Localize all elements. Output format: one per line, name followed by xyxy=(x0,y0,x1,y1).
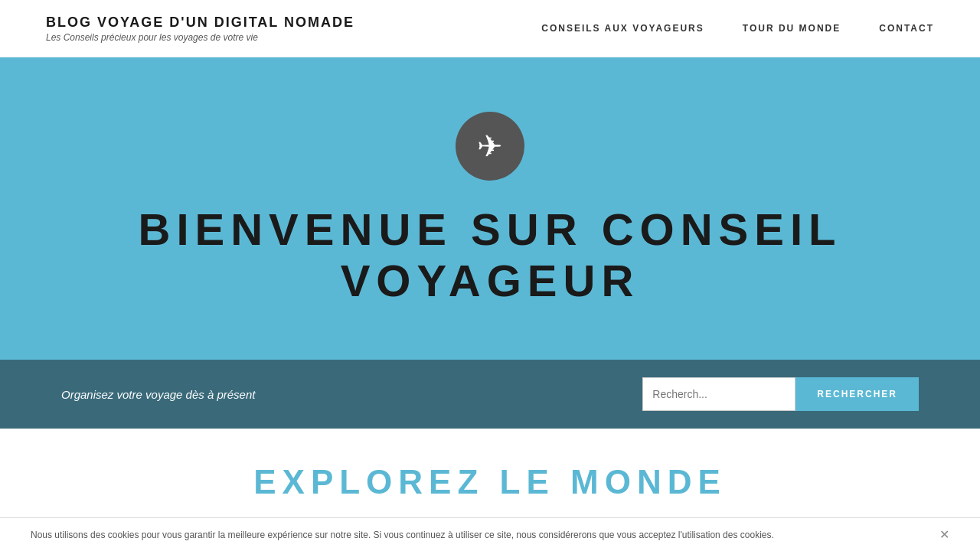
nav-item-tour[interactable]: TOUR DU MONDE xyxy=(743,23,841,34)
hero-section: ✈ BIENVENUE SUR CONSEIL VOYAGEUR xyxy=(0,57,980,360)
search-bar: Organisez votre voyage dès à présent REC… xyxy=(0,360,980,429)
search-button[interactable]: RECHERCHER xyxy=(795,377,919,411)
logo-subtitle: Les Conseils précieux pour les voyages d… xyxy=(46,32,354,43)
hero-title: BIENVENUE SUR CONSEIL VOYAGEUR xyxy=(0,204,980,306)
main-nav: CONSEILS AUX VOYAGEURS TOUR DU MONDE CON… xyxy=(541,23,934,34)
logo-title: BLOG VOYAGE D'UN DIGITAL NOMADE xyxy=(46,15,354,31)
search-label: Organisez votre voyage dès à présent xyxy=(61,388,255,401)
site-header: BLOG VOYAGE D'UN DIGITAL NOMADE Les Cons… xyxy=(0,0,980,57)
explore-title: EXPLOREZ LE MONDE xyxy=(253,463,727,501)
nav-item-contact[interactable]: CONTACT xyxy=(879,23,934,34)
logo[interactable]: BLOG VOYAGE D'UN DIGITAL NOMADE Les Cons… xyxy=(46,15,354,43)
explore-section: EXPLOREZ LE MONDE xyxy=(0,429,980,509)
search-controls: RECHERCHER xyxy=(642,377,919,411)
plane-icon: ✈ xyxy=(477,129,503,164)
plane-circle-icon: ✈ xyxy=(456,112,524,181)
nav-item-conseils[interactable]: CONSEILS AUX VOYAGEURS xyxy=(541,23,704,34)
search-input[interactable] xyxy=(642,377,795,411)
